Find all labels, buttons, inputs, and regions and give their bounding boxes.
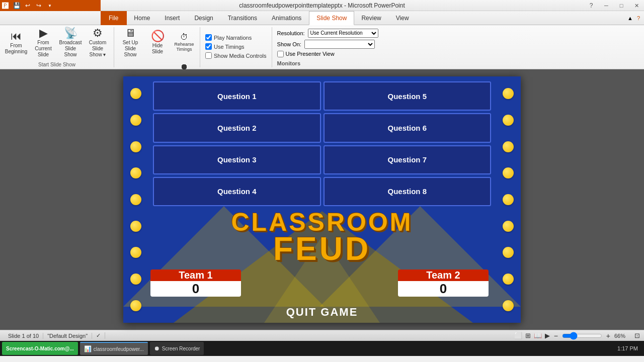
recorder-icon: ⏺ xyxy=(154,345,160,352)
taskbar-screen-recorder[interactable]: ⏺ Screen Recorder xyxy=(150,342,204,355)
question-2-button[interactable]: Question 2 xyxy=(153,113,321,142)
status-bar: Slide 1 of 10 "Default Design" ✓ ⬜ ⊞ 📖 ▶… xyxy=(0,330,644,341)
zoom-plus-button[interactable]: + xyxy=(605,332,611,340)
view-slideshow-icon[interactable]: ▶ xyxy=(545,332,550,339)
question-3-button[interactable]: Question 3 xyxy=(153,145,321,174)
dot xyxy=(130,274,141,285)
tab-slideshow[interactable]: Slide Show xyxy=(309,11,354,25)
monitors-group-label: Monitors xyxy=(277,60,378,66)
zoom-slider[interactable] xyxy=(562,333,602,339)
dot xyxy=(130,115,141,126)
tab-review[interactable]: Review xyxy=(354,11,388,25)
question-5-button[interactable]: Question 5 xyxy=(324,81,492,111)
ribbon-tabs: File Home Insert Design Transitions Anim… xyxy=(0,11,644,25)
from-beginning-button[interactable]: ⏮ FromBeginning xyxy=(3,27,29,57)
presenter-view-checkbox[interactable] xyxy=(277,51,284,57)
right-decorative-dots xyxy=(496,76,521,323)
play-narrations-checkbox[interactable] xyxy=(205,34,212,41)
use-timings-checkbox[interactable] xyxy=(205,43,212,50)
view-slidesorter-icon[interactable]: ⊞ xyxy=(525,332,531,339)
play-narrations-checkbox-row[interactable]: Play Narrations xyxy=(205,34,267,41)
tab-transitions[interactable]: Transitions xyxy=(221,11,265,25)
minimize-button[interactable]: ─ xyxy=(599,0,614,11)
screencast-brand[interactable]: Screencast-O-Matic.com@... xyxy=(2,342,78,355)
question-grid: Question 1 Question 5 Question 2 Questio… xyxy=(150,79,494,209)
tab-file[interactable]: File xyxy=(101,11,127,25)
slide-panel: Question 1 Question 5 Question 2 Questio… xyxy=(0,69,644,330)
broadcast-button[interactable]: 📡 BroadcastSlide Show xyxy=(57,27,84,57)
feud-title: FEUD xyxy=(273,233,371,265)
presenter-view-row[interactable]: Use Presenter View xyxy=(277,51,378,57)
quit-game-area[interactable]: QUIT GAME xyxy=(123,306,521,319)
from-current-icon: ▶ xyxy=(39,28,48,39)
start-slideshow-group-label: Start Slide Show xyxy=(3,61,111,67)
hide-slide-icon: 🚫 xyxy=(151,31,165,42)
undo-button[interactable]: ↩ xyxy=(23,1,33,10)
left-decorative-dots xyxy=(123,76,148,323)
resolution-select[interactable]: Use Current Resolution xyxy=(308,29,378,38)
tab-home[interactable]: Home xyxy=(127,11,157,25)
question-8-button[interactable]: Question 8 xyxy=(324,177,492,206)
ribbon-group-checkboxes: Play Narrations Use Timings Show Media C… xyxy=(200,27,272,67)
team2-button[interactable]: Team 2 xyxy=(398,269,489,281)
office-icon: 🅿 xyxy=(2,2,9,10)
view-reading-icon[interactable]: 📖 xyxy=(534,332,542,339)
zoom-controls: ⬜ ⊞ 📖 ▶ − + 66% ⊡ xyxy=(514,332,640,340)
from-current-button[interactable]: ▶ FromCurrent Slide xyxy=(30,27,56,57)
question-1-button[interactable]: Question 1 xyxy=(153,81,321,111)
ribbon-help-icon[interactable]: ? xyxy=(637,15,640,21)
close-button[interactable]: ✕ xyxy=(629,0,644,11)
qat-dropdown[interactable]: ▼ xyxy=(45,1,55,10)
show-on-select[interactable] xyxy=(304,40,375,49)
resolution-row: Resolution: Use Current Resolution xyxy=(277,29,378,38)
setup-icon: 🖥 xyxy=(125,28,136,39)
team2-score: 0 xyxy=(398,281,489,297)
theme-name: "Default Design" xyxy=(43,333,92,339)
question-7-button[interactable]: Question 7 xyxy=(324,145,492,174)
dot xyxy=(503,194,514,205)
redo-button[interactable]: ↪ xyxy=(34,1,44,10)
maximize-button[interactable]: □ xyxy=(614,0,629,11)
dot xyxy=(503,274,514,285)
ribbon-minimize-icon[interactable]: ▲ xyxy=(627,15,633,21)
ribbon-content: ⏮ FromBeginning ▶ FromCurrent Slide 📡 Br… xyxy=(0,25,644,69)
save-button[interactable]: 💾 xyxy=(12,1,22,10)
use-timings-checkbox-row[interactable]: Use Timings xyxy=(205,43,267,50)
show-media-controls-checkbox[interactable] xyxy=(205,52,212,59)
custom-slideshow-button[interactable]: ⚙ CustomSlide Show ▾ xyxy=(85,27,111,57)
team1-score: 0 xyxy=(150,281,241,297)
team1-button[interactable]: Team 1 xyxy=(150,269,241,281)
ribbon-group-monitors: Resolution: Use Current Resolution Show … xyxy=(272,27,383,67)
question-6-button[interactable]: Question 6 xyxy=(324,113,492,142)
view-normal-icon[interactable]: ⬜ xyxy=(514,332,522,339)
team-area: Team 1 0 Team 2 0 xyxy=(150,269,494,297)
tab-animations[interactable]: Animations xyxy=(265,11,309,25)
rehearse-icon: ⏱ xyxy=(180,33,188,42)
hide-slide-button[interactable]: 🚫 HideSlide xyxy=(144,27,171,57)
tab-view[interactable]: View xyxy=(389,11,417,25)
question-4-button[interactable]: Question 4 xyxy=(153,177,321,206)
broadcast-label: BroadcastSlide Show xyxy=(58,40,83,58)
fit-slide-button[interactable]: ⊡ xyxy=(634,332,640,339)
team2-label: Team 2 xyxy=(426,269,460,281)
resolution-label: Resolution: xyxy=(277,30,305,36)
slide-canvas: Question 1 Question 5 Question 2 Questio… xyxy=(123,76,521,323)
quit-game-label[interactable]: QUIT GAME xyxy=(286,306,358,319)
show-media-controls-checkbox-row[interactable]: Show Media Controls xyxy=(205,52,267,59)
powerpoint-task-label: classroomfeudpower... xyxy=(94,346,144,352)
broadcast-icon: 📡 xyxy=(64,28,77,39)
play-narrations-label: Play Narrations xyxy=(214,35,252,41)
window-title: classroomfeudpowerpointtemplatepptx - Mi… xyxy=(239,2,405,9)
dot xyxy=(503,88,514,99)
set-up-slideshow-button[interactable]: 🖥 Set UpSlide Show xyxy=(117,27,143,57)
taskbar-powerpoint[interactable]: 📊 classroomfeudpower... xyxy=(80,342,148,355)
zoom-minus-button[interactable]: − xyxy=(553,332,559,340)
show-media-controls-label: Show Media Controls xyxy=(214,53,267,59)
help-button[interactable]: ? xyxy=(584,0,599,11)
zoom-level: 66% xyxy=(614,333,629,339)
custom-slideshow-label: CustomSlide Show ▾ xyxy=(86,40,110,58)
tab-design[interactable]: Design xyxy=(187,11,220,25)
tab-insert[interactable]: Insert xyxy=(157,11,187,25)
rehearse-timings-button[interactable]: ⏱ RehearseTimings xyxy=(172,27,197,57)
dot xyxy=(130,141,141,152)
